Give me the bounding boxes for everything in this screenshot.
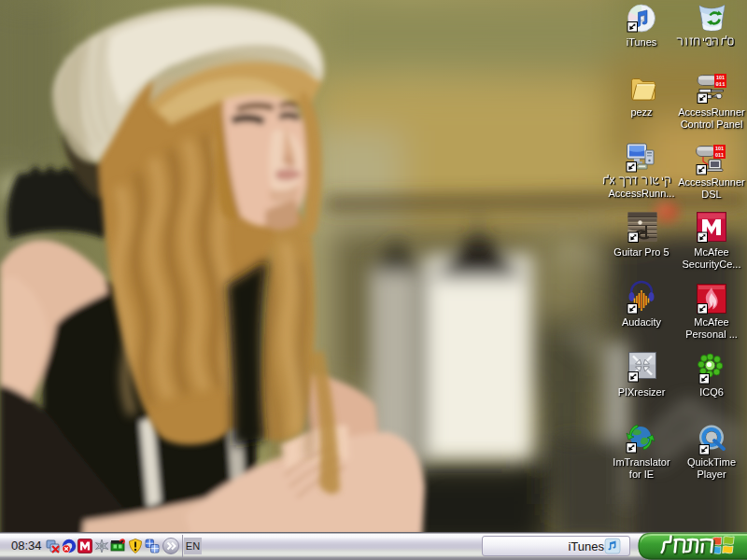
svg-text:011: 011 — [716, 81, 726, 88]
svg-text:011: 011 — [715, 152, 724, 158]
svg-text:101: 101 — [715, 146, 724, 151]
svg-text:101: 101 — [716, 75, 725, 80]
